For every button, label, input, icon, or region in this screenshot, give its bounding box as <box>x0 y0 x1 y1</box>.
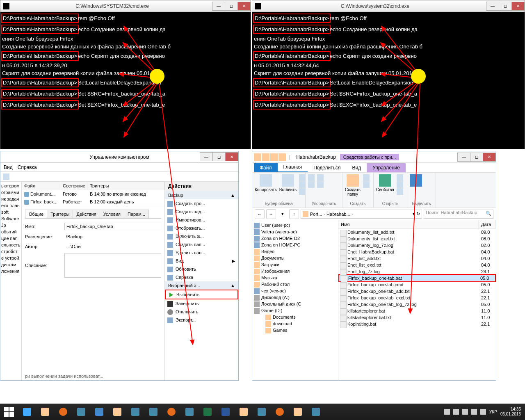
qat-icon[interactable] <box>270 153 278 161</box>
start-button[interactable] <box>0 404 18 420</box>
file-row[interactable]: Enot_list_excl.txt04.0 <box>338 262 496 268</box>
tree-item[interactable]: Загрузки <box>252 261 338 268</box>
tab-view[interactable]: Вид <box>346 163 367 172</box>
prop-desc-value[interactable] <box>64 253 161 278</box>
file-row[interactable]: Kopiraiting.bat22.1 <box>338 321 496 327</box>
taskbar-app[interactable] <box>144 404 162 420</box>
address-bar[interactable]: Port... Habrahab... ▾ ↻ <box>301 210 422 219</box>
tree-item[interactable]: Games <box>252 327 338 333</box>
copy-button[interactable]: Копировать <box>255 174 277 192</box>
col-date[interactable]: Дата <box>479 220 496 228</box>
tab-2[interactable]: Действия <box>73 210 100 218</box>
tree-item[interactable]: дискам <box>1 262 21 267</box>
tree-item[interactable]: Valera (valera-pc) <box>252 228 338 235</box>
action-export[interactable]: Экспорт... <box>165 316 238 324</box>
tree-item[interactable]: Дисковод (A:) <box>252 294 338 301</box>
close-button[interactable]: ✕ <box>225 152 238 161</box>
tree-item[interactable]: ьютером <box>1 183 21 188</box>
file-row[interactable]: Enot_HabraBackup.bat04.0 <box>338 249 496 255</box>
paste-shortcut-icon[interactable] <box>299 188 306 195</box>
tree-item[interactable]: цие пап <box>1 236 21 241</box>
task-row[interactable]: Dokument...ГотовоВ 14:30 по вторник ежен… <box>22 190 164 198</box>
menu-help[interactable]: Справка <box>18 164 37 170</box>
edit-icon[interactable] <box>397 181 403 188</box>
tree-item[interactable]: Изображения <box>252 268 338 274</box>
mgmt-tree[interactable]: ьютеромограммиик задачека планsoftSoftwa… <box>0 182 22 380</box>
rename-icon[interactable] <box>317 181 324 188</box>
clock[interactable]: 14:35 05.01.2015 <box>500 407 521 417</box>
file-row[interactable]: Enot_log_7z.log28.1 <box>338 268 496 275</box>
taskbar-app[interactable] <box>18 404 36 420</box>
tab-4[interactable]: Парам... <box>124 210 149 218</box>
breadcrumb-seg[interactable]: Port... <box>310 212 325 217</box>
close-button[interactable]: ✕ <box>483 153 496 162</box>
tree-item[interactable]: чех (чех-рс) <box>252 288 338 294</box>
action-item[interactable]: Создать зад... <box>165 208 238 216</box>
action-help[interactable]: Справка <box>165 273 238 281</box>
taskbar-app[interactable] <box>271 404 289 420</box>
tree-item[interactable]: ельность <box>1 242 21 247</box>
taskbar-app[interactable] <box>289 404 307 420</box>
tree-item[interactable]: ограмми <box>1 190 21 195</box>
paste-button[interactable]: Вставить <box>279 174 297 192</box>
action-disable[interactable]: Отключить <box>165 308 238 316</box>
tree-item[interactable]: Jp <box>1 223 21 228</box>
back-button[interactable]: ← <box>255 209 265 219</box>
menu-view[interactable]: Вид <box>4 164 13 170</box>
file-row[interactable]: Dokumenty_list_add.txt09.0 <box>338 229 496 235</box>
new-item-icon[interactable] <box>363 174 370 181</box>
cut-icon[interactable] <box>299 174 306 181</box>
file-row[interactable]: Firfox_backup_one-tab.cmd05.0 <box>338 281 496 288</box>
tab-0[interactable]: Общие <box>25 210 47 218</box>
file-row[interactable]: Dokumenty_log_7z.log02.0 <box>338 242 496 249</box>
taskbar-app[interactable] <box>126 404 144 420</box>
tree-item[interactable]: Рабочий стол <box>252 281 338 288</box>
tree-item[interactable]: ека план <box>1 203 21 208</box>
actions-group-backup[interactable]: Backup▲ <box>165 191 238 199</box>
tab-home[interactable]: Главная <box>278 162 308 172</box>
tree-item[interactable]: обытий <box>1 229 21 234</box>
tray-icon[interactable] <box>453 409 459 415</box>
tab-share[interactable]: Поделиться <box>308 163 346 172</box>
minimize-button[interactable]: — <box>200 152 213 161</box>
tree-item[interactable]: Видео <box>252 248 338 255</box>
tree-item[interactable]: Game (D:) <box>252 307 338 314</box>
action-item[interactable]: Удалить пап... <box>165 249 238 257</box>
maximize-button[interactable]: ◻ <box>499 2 512 11</box>
up-button[interactable]: ↑ <box>289 209 299 219</box>
tree-item[interactable]: е устрой <box>1 256 21 260</box>
tree-item[interactable]: Локальный диск (C <box>252 301 338 307</box>
tree-item[interactable]: User (user-pc) <box>252 222 338 228</box>
minimize-button[interactable]: — <box>457 153 470 162</box>
action-item[interactable]: Импортиров... <box>165 216 238 224</box>
file-row[interactable]: killstartexplorer.bat11.0 <box>338 308 496 314</box>
action-refresh[interactable]: Обновить <box>165 265 238 273</box>
move-icon[interactable] <box>308 174 315 181</box>
close-button[interactable]: ✕ <box>511 2 525 11</box>
tree-item[interactable]: Музыка <box>252 274 338 281</box>
taskbar-app[interactable] <box>253 404 271 420</box>
prop-name-value[interactable]: Firfox_backup_OneTab <box>64 223 161 230</box>
file-row[interactable]: Enot_list_add.txt04.0 <box>338 255 496 262</box>
taskbar-app-excel[interactable] <box>199 404 217 420</box>
col-name[interactable]: Имя <box>338 220 479 228</box>
copy-to-icon[interactable] <box>308 181 315 188</box>
tab-1[interactable]: Триггеры <box>47 210 73 218</box>
tree-item[interactable]: Документы <box>252 255 338 261</box>
copy-path-icon[interactable] <box>299 181 306 188</box>
cmd-right-output[interactable]: D:\Portable\HabrahabrBackup>rem @Echo Of… <box>252 12 525 149</box>
qat-icon[interactable] <box>278 153 286 161</box>
lang-indicator[interactable]: УКР <box>489 410 497 414</box>
taskbar-app-firefox[interactable] <box>54 404 72 420</box>
qat-icon[interactable] <box>262 153 269 161</box>
tray-icon[interactable] <box>471 409 477 415</box>
toolbar-icon[interactable] <box>3 173 9 180</box>
taskbar-app[interactable] <box>180 404 199 420</box>
recent-button[interactable]: ▾ <box>278 209 288 219</box>
taskbar-app-firefox[interactable] <box>162 404 180 420</box>
close-button[interactable]: ✕ <box>237 2 251 11</box>
taskbar-app[interactable] <box>235 404 253 420</box>
delete-icon[interactable] <box>317 174 324 181</box>
new-folder-button[interactable]: Создать папку <box>345 174 361 196</box>
action-item[interactable]: Создать про... <box>165 199 238 208</box>
